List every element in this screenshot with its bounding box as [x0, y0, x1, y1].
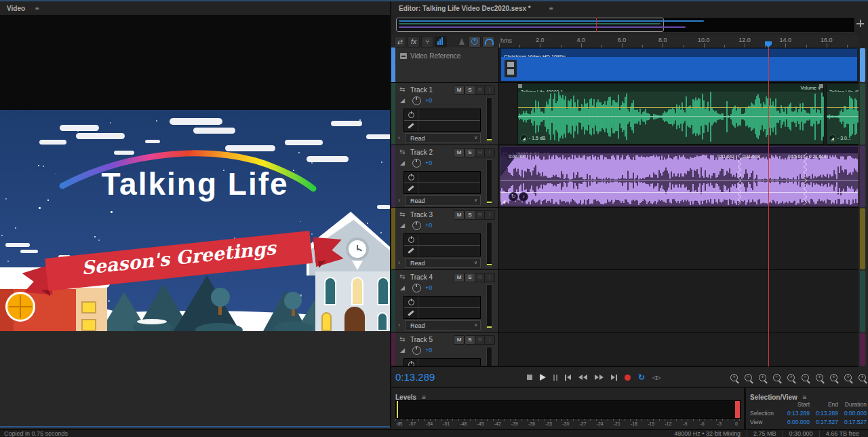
- selection-start[interactable]: 0:13.289: [778, 409, 810, 417]
- gain-value[interactable]: +0: [425, 347, 432, 354]
- track-name[interactable]: Track 1: [410, 86, 433, 94]
- track-header[interactable]: ⇆Track 5MSRI◢+0›Read∨: [395, 332, 498, 366]
- pan-knob[interactable]: [412, 96, 421, 105]
- reset-zoom-icon[interactable]: [844, 374, 852, 381]
- audio-clip[interactable]: Talking Life 48000 1 Volume ∨ ◢- 1.5 dB: [517, 83, 824, 145]
- mute-button[interactable]: M: [454, 86, 465, 95]
- meter-clip-indicator[interactable]: [735, 401, 740, 418]
- rail-segment-1[interactable]: [860, 83, 865, 145]
- solo-button[interactable]: S: [465, 86, 475, 95]
- power-icon[interactable]: [408, 362, 414, 366]
- zoom-full-icon[interactable]: [859, 374, 866, 381]
- pan-knob[interactable]: [412, 284, 421, 292]
- rail-segment-4[interactable]: [860, 271, 865, 332]
- volume-envelope[interactable]: [827, 107, 859, 108]
- power-icon[interactable]: [408, 112, 414, 118]
- track-header[interactable]: ⇆Track 4MSRI◢+0›Read∨: [395, 270, 498, 332]
- panel-menu-icon[interactable]: ≡: [549, 5, 553, 12]
- volume-icon[interactable]: ◢: [400, 284, 405, 291]
- selection-end[interactable]: 0:13.289: [810, 409, 838, 417]
- video-panel-header[interactable]: Video ≡: [0, 1, 390, 15]
- pan-knob[interactable]: [412, 346, 421, 355]
- metronome-icon[interactable]: [456, 36, 467, 46]
- volume-icon[interactable]: ◢: [400, 159, 405, 166]
- input-monitor-button[interactable]: I: [484, 148, 495, 157]
- clip-split-marker[interactable]: [737, 153, 742, 207]
- record-button[interactable]: [625, 375, 631, 381]
- input-monitor-button[interactable]: I: [484, 335, 495, 345]
- track-header[interactable]: Video Reference: [395, 48, 498, 82]
- disclosure-icon[interactable]: ›: [398, 322, 400, 328]
- rail-segment-3[interactable]: [860, 208, 865, 269]
- track-name[interactable]: Track 5: [410, 336, 433, 343]
- power-icon[interactable]: [408, 237, 414, 243]
- track-lane[interactable]: Ident 48000 1 (Music) 0:00.0000:11.6420:…: [498, 145, 859, 207]
- clip-envelope-select[interactable]: Volume ∨: [801, 84, 821, 92]
- mute-button[interactable]: M: [454, 210, 465, 220]
- automation-mode-dropdown[interactable]: Read∨: [405, 258, 481, 268]
- timeline-ruler[interactable]: hms 2.04.06.08.010.012.014.016.0: [498, 35, 859, 48]
- gain-value[interactable]: +0: [425, 284, 432, 291]
- move-to-previous-button[interactable]: [565, 375, 571, 381]
- zoom-out-amplitude-icon[interactable]: [773, 374, 781, 381]
- zoom-out-time-icon[interactable]: [745, 374, 752, 381]
- audio-clip[interactable]: Ident 48000 1 (Music) 0:00.0000:11.6420:…: [500, 146, 859, 206]
- loop-badge-icon[interactable]: ↻: [509, 192, 518, 202]
- zoom-in-time-icon[interactable]: [730, 374, 738, 381]
- clip-gain-icon[interactable]: ◢: [502, 199, 505, 204]
- stop-button[interactable]: [527, 375, 532, 380]
- selection-duration[interactable]: 0:00.000: [838, 409, 867, 417]
- rail-segment-5[interactable]: [860, 333, 865, 366]
- solo-button[interactable]: S: [465, 335, 475, 345]
- zoom-navigator[interactable]: [395, 17, 855, 33]
- disclosure-icon[interactable]: ›: [398, 134, 400, 141]
- track-name[interactable]: Video Reference: [410, 52, 460, 60]
- move-tool-icon[interactable]: ⇄: [394, 36, 406, 48]
- mixer-icon[interactable]: [435, 36, 447, 48]
- editor-panel-header[interactable]: Editor: Talking Life Video Dec2020.sesx …: [391, 1, 868, 15]
- view-start[interactable]: 0:00.000: [778, 418, 810, 426]
- rail-segment-2[interactable]: [860, 146, 865, 207]
- video-clip[interactable]: Christmas Video HD 1080p: [500, 48, 858, 81]
- track-name[interactable]: Track 3: [410, 211, 433, 218]
- solo-button[interactable]: S: [465, 148, 475, 157]
- zoom-to-selected-clips-icon[interactable]: [830, 374, 837, 381]
- zoom-to-selection-icon[interactable]: [787, 374, 795, 381]
- volume-icon[interactable]: ◢: [400, 347, 405, 354]
- rail-segment-0[interactable]: [860, 48, 865, 82]
- view-duration[interactable]: 0:17.527: [838, 418, 867, 426]
- input-monitor-button[interactable]: I: [484, 86, 495, 95]
- disclosure-icon[interactable]: ›: [398, 259, 400, 266]
- gain-value[interactable]: +0: [425, 159, 432, 166]
- panel-menu-icon[interactable]: ≡: [35, 5, 39, 12]
- track-lane[interactable]: [498, 208, 859, 269]
- pan-knob[interactable]: [412, 221, 421, 230]
- gain-value[interactable]: +0: [425, 222, 432, 229]
- solo-button[interactable]: S: [465, 273, 475, 282]
- level-meter[interactable]: [395, 400, 741, 419]
- zoom-in-at-out-point-icon[interactable]: [816, 374, 823, 381]
- mute-button[interactable]: M: [454, 335, 465, 345]
- zoom-in-at-in-point-icon[interactable]: [802, 374, 809, 381]
- automation-mode-dropdown[interactable]: Read∨: [405, 195, 481, 206]
- fast-forward-button[interactable]: [595, 375, 604, 380]
- volume-icon[interactable]: ◢: [400, 222, 405, 229]
- loop-playback-button[interactable]: ↻: [638, 373, 645, 382]
- pause-button[interactable]: [553, 375, 557, 381]
- track-scroll-rail[interactable]: [859, 48, 867, 366]
- gain-value[interactable]: +0: [425, 97, 432, 104]
- track-lane[interactable]: [498, 332, 859, 366]
- collapse-icon[interactable]: [400, 53, 407, 59]
- timecode-display[interactable]: 0:13.289: [395, 371, 435, 383]
- volume-envelope[interactable]: [518, 107, 823, 108]
- power-icon[interactable]: [408, 299, 414, 305]
- track-name[interactable]: Track 4: [410, 273, 433, 281]
- track-header[interactable]: ⇆Track 3MSRI◢+0›Read∨: [395, 208, 498, 269]
- move-to-next-button[interactable]: [611, 375, 617, 381]
- play-button[interactable]: [540, 374, 546, 381]
- solo-button[interactable]: S: [465, 210, 475, 220]
- track-name[interactable]: Track 2: [410, 149, 433, 156]
- track-lane[interactable]: [498, 270, 859, 332]
- music-badge-icon[interactable]: ♪: [519, 192, 528, 202]
- video-preview-frame[interactable]: Talking Life: [0, 110, 390, 331]
